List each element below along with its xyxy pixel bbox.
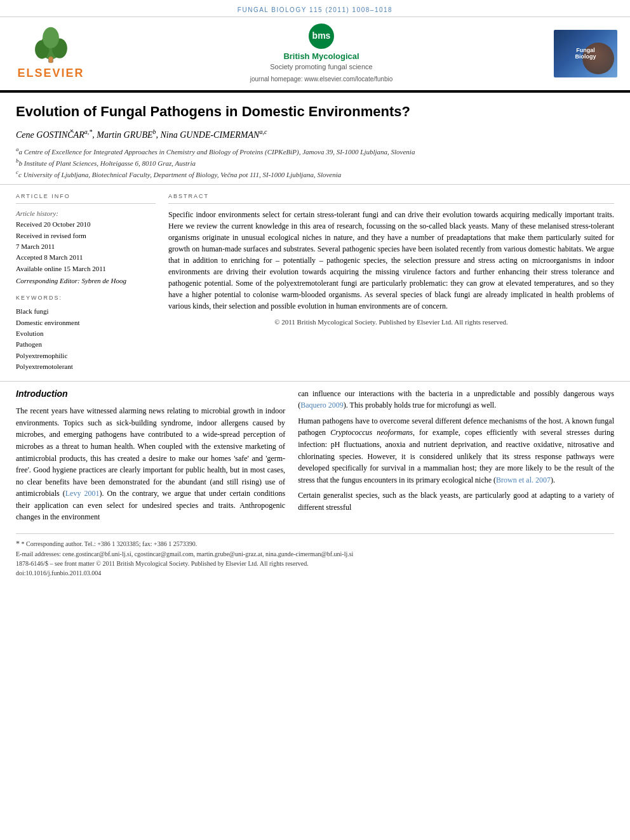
author-gunde-cimerman: Nina GUNDE-CIMERMAN: [160, 130, 259, 140]
copyright-notice: © 2011 British Mycological Society. Publ…: [168, 317, 614, 328]
issn-note: 1878-6146/$ – see front matter © 2011 Br…: [16, 559, 614, 568]
brown-ref: Brown et al. 2007: [496, 476, 551, 484]
author-grube-sup: b: [152, 129, 156, 136]
journal-homepage-link[interactable]: journal homepage: www.elsevier.com/locat…: [89, 75, 554, 84]
history-label: Article history:: [16, 209, 156, 218]
logo-header: ELSEVIER bms British Mycological Society…: [0, 17, 630, 91]
keyword-pathogen: Pathogen: [16, 340, 156, 349]
authors: Cene GOSTINČARa,*, Martin GRUBEb, Nina G…: [16, 128, 614, 142]
abstract-label: ABSTRACT: [168, 192, 614, 204]
journal-reference: FUNGAL BIOLOGY 115 (2011) 1008–1018: [238, 6, 392, 13]
intro-paragraph-3: Human pathogens have to overcome several…: [298, 415, 614, 486]
abstract-column: ABSTRACT Specific indoor environments se…: [168, 192, 614, 373]
affiliation-c: cc University of Ljubljana, Biotechnical…: [16, 168, 614, 180]
bms-abbreviation: bms: [312, 30, 331, 43]
svg-rect-6: [49, 60, 53, 63]
doi-note: doi:10.1016/j.funbio.2011.03.004: [16, 568, 614, 578]
elsevier-logo: ELSEVIER: [13, 26, 89, 81]
author-grube: Martin GRUBE: [97, 130, 152, 140]
author-gostincar-sup: a,*: [84, 129, 93, 136]
elsevier-wordmark: ELSEVIER: [17, 65, 84, 81]
article-info-abstract-section: ARTICLE INFO Article history: Received 2…: [0, 185, 630, 381]
keywords-label: Keywords:: [16, 294, 156, 305]
bms-society-subtitle: Society promoting fungal science: [270, 62, 372, 72]
baquero-ref: Baquero 2009: [300, 401, 344, 410]
affiliation-a: aa Centre of Excellence for Integrated A…: [16, 145, 614, 157]
introduction-heading: Introduction: [16, 388, 285, 401]
center-logos: bms British Mycological Society promotin…: [89, 23, 554, 84]
author-gunde-sup: a,c: [259, 129, 267, 136]
bms-logo: bms British Mycological Society promotin…: [270, 23, 372, 72]
keywords-section: Keywords: Black fungi Domestic environme…: [16, 294, 156, 372]
author-gostincar: Cene GOSTINČAR: [16, 130, 84, 140]
keyword-polyextremophilic: Polyextremophilic: [16, 351, 156, 361]
intro-paragraph-2: can influence our interactions with the …: [298, 388, 614, 411]
keyword-evolution: Evolution: [16, 329, 156, 338]
levy-ref: Levy 2001: [65, 489, 100, 498]
affiliations: aa Centre of Excellence for Integrated A…: [16, 145, 614, 180]
body-right-column: can influence our interactions with the …: [298, 388, 614, 528]
bms-circle: bms: [309, 23, 334, 49]
abstract-text: Specific indoor environments select for …: [168, 209, 614, 328]
main-body: Introduction The recent years have witne…: [0, 382, 630, 534]
article-title-section: Evolution of Fungal Pathogens in Domesti…: [0, 93, 630, 185]
footer-section: * * Corresponding author. Tel.: +386 1 3…: [16, 533, 614, 582]
corresponding-editor: Corresponding Editor: Sybren de Hoog: [16, 276, 156, 286]
keyword-polyextremotolerant: Polyextremotolerant: [16, 362, 156, 371]
elsevier-tree-icon: [25, 26, 76, 64]
article-info-label: ARTICLE INFO: [16, 192, 156, 204]
intro-paragraph-4: Certain generalist species, such as the …: [298, 490, 614, 513]
corresponding-author-note: * * Corresponding author. Tel.: +386 1 3…: [16, 538, 614, 549]
received-revised-label: Received in revised form: [16, 231, 156, 241]
top-bar: FUNGAL BIOLOGY 115 (2011) 1008–1018: [0, 0, 630, 17]
email-addresses: E-mail addresses: cene.gostincar@bf.uni-…: [16, 549, 614, 559]
body-left-column: Introduction The recent years have witne…: [16, 388, 285, 528]
keyword-black-fungi: Black fungi: [16, 307, 156, 316]
article-title: Evolution of Fungal Pathogens in Domesti…: [16, 102, 614, 122]
bms-society-name: British Mycological: [283, 51, 359, 62]
available-online: Available online 15 March 2011: [16, 264, 156, 274]
affiliation-b: bb Institute of Plant Sciences, Holteiga…: [16, 157, 614, 168]
accepted-date: Accepted 8 March 2011: [16, 253, 156, 262]
fungal-biology-cover: Fungal Biology: [554, 30, 617, 77]
revised-date: 7 March 2011: [16, 242, 156, 251]
article-info-column: ARTICLE INFO Article history: Received 2…: [16, 192, 156, 373]
cover-title: Fungal Biology: [575, 47, 596, 61]
svg-point-4: [43, 27, 59, 48]
star-icon: *: [16, 539, 20, 548]
received-date: Received 20 October 2010: [16, 220, 156, 229]
intro-paragraph-1: The recent years have witnessed alarming…: [16, 405, 285, 523]
keyword-domestic-env: Domestic environment: [16, 318, 156, 328]
